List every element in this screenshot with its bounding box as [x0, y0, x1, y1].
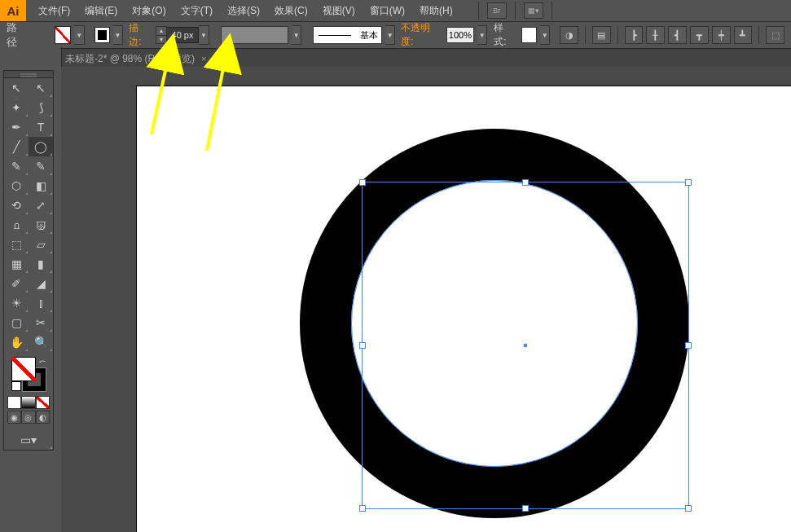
- color-mode-icon[interactable]: [7, 396, 21, 409]
- handle-mid-right[interactable]: [685, 342, 692, 349]
- menu-type[interactable]: 文字(T): [174, 0, 220, 21]
- align-hcenter-icon[interactable]: ╂: [646, 26, 665, 44]
- opacity-value[interactable]: 100%: [446, 27, 474, 43]
- paintbrush-tool[interactable]: ✎: [4, 156, 29, 176]
- document-tab-title: 未标题-2* @ 98% (RGB/预览): [65, 52, 195, 66]
- slice-tool[interactable]: ✂: [29, 313, 53, 332]
- style-dropdown[interactable]: ▼: [540, 25, 550, 45]
- hand-tool[interactable]: ✋: [4, 332, 29, 352]
- selection-type-label: 路径: [7, 20, 27, 50]
- main-menu: 文件(F) 编辑(E) 对象(O) 文字(T) 选择(S) 效果(C) 视图(V…: [31, 0, 460, 21]
- magic-wand-tool[interactable]: ✦: [4, 98, 29, 117]
- warp-tool[interactable]: ⩐: [29, 215, 53, 235]
- menu-object[interactable]: 对象(O): [125, 0, 173, 21]
- type-tool[interactable]: T: [29, 117, 53, 137]
- handle-bot-mid[interactable]: [522, 505, 529, 512]
- selection-bounding-box[interactable]: [362, 182, 689, 509]
- document-tab[interactable]: 未标题-2* @ 98% (RGB/预览) ×: [65, 52, 206, 66]
- handle-top-mid[interactable]: [522, 179, 529, 186]
- pencil-tool[interactable]: ✎: [29, 156, 53, 176]
- transform-icon[interactable]: ⬚: [766, 26, 784, 44]
- zoom-tool[interactable]: 🔍: [29, 332, 53, 352]
- screen-mode-icon[interactable]: ▭▾: [4, 430, 53, 450]
- fill-swatch[interactable]: [55, 26, 72, 44]
- center-point-icon: [524, 344, 527, 347]
- fill-dropdown[interactable]: ▼: [74, 25, 84, 45]
- perspective-tool[interactable]: ▱: [29, 235, 53, 254]
- recolor-icon[interactable]: ◑: [560, 26, 578, 44]
- graph-tool[interactable]: ⫿: [29, 293, 53, 313]
- menu-effect[interactable]: 效果(C): [267, 0, 315, 21]
- menu-help[interactable]: 帮助(H): [412, 0, 460, 21]
- variable-width-profile[interactable]: [221, 26, 288, 44]
- menu-select[interactable]: 选择(S): [220, 0, 267, 21]
- align-panel-icon[interactable]: ▤: [592, 26, 611, 44]
- handle-top-left[interactable]: [359, 179, 366, 186]
- align-top-icon[interactable]: ┳: [690, 26, 709, 44]
- pen-tool[interactable]: ✒: [4, 117, 29, 137]
- handle-mid-left[interactable]: [359, 342, 366, 349]
- menu-view[interactable]: 视图(V): [315, 0, 363, 21]
- top-icon-group: Br ▦▾: [475, 2, 556, 20]
- mesh-tool[interactable]: ▦: [4, 254, 29, 274]
- stroke-weight-field[interactable]: ▲▼ 40 px ▼: [156, 25, 209, 45]
- scale-tool[interactable]: ⤢: [29, 196, 53, 215]
- fill-color-icon[interactable]: [11, 357, 36, 381]
- direct-selection-tool[interactable]: ↖: [29, 78, 53, 98]
- eyedropper-tool[interactable]: ✐: [4, 274, 29, 293]
- menu-file[interactable]: 文件(F): [31, 0, 77, 21]
- draw-normal-icon[interactable]: ◉: [7, 411, 21, 424]
- stroke-label[interactable]: 描边:: [129, 21, 150, 49]
- canvas-area[interactable]: [61, 67, 791, 532]
- handle-bot-left[interactable]: [359, 505, 366, 512]
- stroke-weight-stepper[interactable]: ▲▼: [156, 26, 167, 44]
- default-fill-stroke-icon[interactable]: [11, 381, 21, 391]
- rotate-tool[interactable]: ⟲: [4, 196, 29, 215]
- menu-edit[interactable]: 编辑(E): [77, 0, 125, 21]
- swap-fill-stroke-icon[interactable]: ⤺: [39, 357, 46, 366]
- opacity-label[interactable]: 不透明度:: [401, 21, 440, 49]
- selection-tool[interactable]: ↖: [4, 78, 29, 98]
- align-left-icon[interactable]: ┣: [625, 26, 644, 44]
- brush-definition[interactable]: 基本: [313, 26, 382, 44]
- menu-window[interactable]: 窗口(W): [363, 0, 412, 21]
- variable-width-dropdown[interactable]: ▼: [292, 25, 301, 45]
- brush-dropdown[interactable]: ▼: [385, 25, 395, 45]
- stroke-swatch[interactable]: [94, 27, 110, 43]
- bridge-icon[interactable]: Br: [487, 2, 507, 19]
- draw-inside-icon[interactable]: ◐: [36, 411, 50, 424]
- app-logo: Ai: [0, 0, 26, 21]
- handle-bot-right[interactable]: [685, 505, 692, 512]
- width-tool[interactable]: ⩍: [4, 215, 29, 235]
- blob-brush-tool[interactable]: ⬡: [4, 176, 29, 196]
- separator: [585, 26, 586, 44]
- line-tool[interactable]: ╱: [4, 137, 29, 156]
- artboard-tool[interactable]: ▢: [4, 313, 29, 332]
- none-mode-icon[interactable]: [36, 396, 50, 409]
- handle-top-right[interactable]: [685, 179, 692, 186]
- symbol-sprayer-tool[interactable]: ☀: [4, 293, 29, 313]
- draw-behind-icon[interactable]: ◎: [21, 411, 35, 424]
- gradient-tool[interactable]: ▮: [29, 254, 53, 274]
- align-bottom-icon[interactable]: ┻: [734, 26, 753, 44]
- style-label[interactable]: 样式:: [494, 21, 515, 49]
- gradient-mode-icon[interactable]: [21, 396, 35, 409]
- opacity-dropdown[interactable]: ▼: [477, 25, 487, 45]
- stroke-weight-dropdown[interactable]: ▼: [199, 25, 209, 45]
- ellipse-tool[interactable]: ◯: [29, 137, 53, 156]
- artboard[interactable]: [137, 86, 791, 532]
- align-right-icon[interactable]: ┫: [668, 26, 687, 44]
- close-tab-icon[interactable]: ×: [201, 54, 206, 64]
- separator: [617, 26, 618, 44]
- align-vcenter-icon[interactable]: ┿: [712, 26, 731, 44]
- stroke-weight-value[interactable]: 40 px: [167, 27, 199, 43]
- graphic-style-swatch[interactable]: [521, 27, 537, 43]
- measure-tool[interactable]: ◢: [29, 274, 53, 293]
- fill-stroke-control[interactable]: ⤺: [11, 357, 46, 391]
- lasso-tool[interactable]: ⟆: [29, 98, 53, 117]
- shape-builder-tool[interactable]: ⬚: [4, 235, 29, 254]
- stroke-dropdown[interactable]: ▼: [113, 25, 123, 45]
- arrange-docs-icon[interactable]: ▦▾: [524, 2, 543, 19]
- panel-grip[interactable]: [4, 71, 53, 78]
- eraser-tool[interactable]: ◧: [29, 176, 53, 196]
